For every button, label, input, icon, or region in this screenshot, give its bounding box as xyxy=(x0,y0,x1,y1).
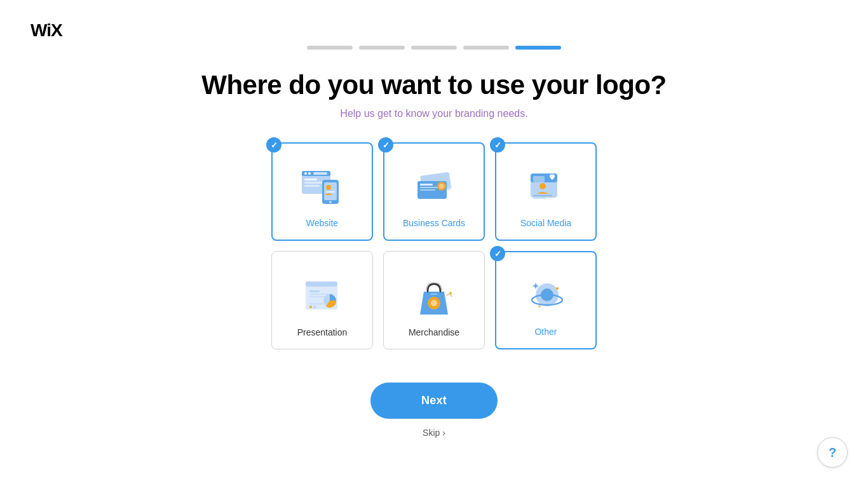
option-business-cards[interactable]: ✓ Business Cards xyxy=(383,142,485,241)
check-badge-business-cards: ✓ xyxy=(378,137,393,152)
svg-point-36 xyxy=(431,300,437,306)
merchandise-label: Merchandise xyxy=(409,327,459,337)
skip-text: Skip xyxy=(423,428,440,438)
svg-rect-6 xyxy=(304,182,323,184)
svg-rect-32 xyxy=(309,303,323,304)
svg-point-11 xyxy=(326,185,331,190)
help-button[interactable]: ? xyxy=(817,437,848,468)
svg-rect-4 xyxy=(313,172,327,175)
svg-rect-16 xyxy=(420,187,439,188)
option-other[interactable]: ✓ Other xyxy=(495,251,597,349)
progress-segment-3 xyxy=(411,46,457,50)
svg-rect-17 xyxy=(420,189,435,191)
merchandise-icon xyxy=(409,271,459,322)
svg-rect-27 xyxy=(306,281,337,287)
svg-point-33 xyxy=(309,306,312,308)
skip-chevron: › xyxy=(442,428,445,438)
svg-rect-28 xyxy=(309,290,320,292)
svg-rect-15 xyxy=(420,184,433,186)
social-media-icon xyxy=(520,162,571,213)
svg-point-46 xyxy=(538,305,541,308)
svg-point-2 xyxy=(304,172,307,175)
svg-rect-12 xyxy=(326,191,335,193)
svg-point-34 xyxy=(313,306,316,308)
check-badge-other: ✓ xyxy=(490,246,505,261)
svg-rect-24 xyxy=(533,195,552,196)
svg-point-38 xyxy=(449,292,452,294)
main-content: Where do you want to use your logo? Help… xyxy=(0,70,868,438)
progress-segment-2 xyxy=(359,46,405,50)
option-presentation[interactable]: Presentation xyxy=(271,251,373,349)
other-label: Other xyxy=(534,327,557,337)
svg-point-45 xyxy=(556,287,559,290)
presentation-icon xyxy=(297,271,348,322)
website-label: Website xyxy=(306,218,338,228)
other-icon xyxy=(520,271,571,322)
svg-point-23 xyxy=(539,183,546,189)
svg-rect-22 xyxy=(533,176,545,182)
wix-logo: WiX xyxy=(31,20,62,41)
business-cards-icon xyxy=(409,162,459,213)
svg-rect-7 xyxy=(304,185,320,187)
options-grid: ✓ Website xyxy=(271,142,597,349)
check-badge-website: ✓ xyxy=(266,137,281,152)
svg-rect-25 xyxy=(533,198,546,199)
progress-segment-5 xyxy=(515,46,561,50)
presentation-label: Presentation xyxy=(297,327,348,337)
check-badge-social-media: ✓ xyxy=(490,137,505,152)
social-media-label: Social Media xyxy=(520,218,571,228)
svg-rect-5 xyxy=(304,179,317,180)
svg-point-3 xyxy=(308,172,311,175)
svg-point-19 xyxy=(439,184,444,189)
page-subtitle: Help us get to know your branding needs. xyxy=(340,108,527,119)
website-icon xyxy=(297,162,348,213)
progress-segment-1 xyxy=(307,46,353,50)
option-merchandise[interactable]: Merchandise xyxy=(383,251,485,349)
progress-bar xyxy=(0,41,868,50)
page-title: Where do you want to use your logo? xyxy=(201,70,667,100)
business-cards-label: Business Cards xyxy=(403,218,465,228)
option-social-media[interactable]: ✓ Social Media xyxy=(495,142,597,241)
svg-point-10 xyxy=(329,201,332,203)
next-button[interactable]: Next xyxy=(370,383,498,419)
skip-link[interactable]: Skip › xyxy=(423,428,445,438)
option-website[interactable]: ✓ Website xyxy=(271,142,373,241)
progress-segment-4 xyxy=(463,46,509,50)
